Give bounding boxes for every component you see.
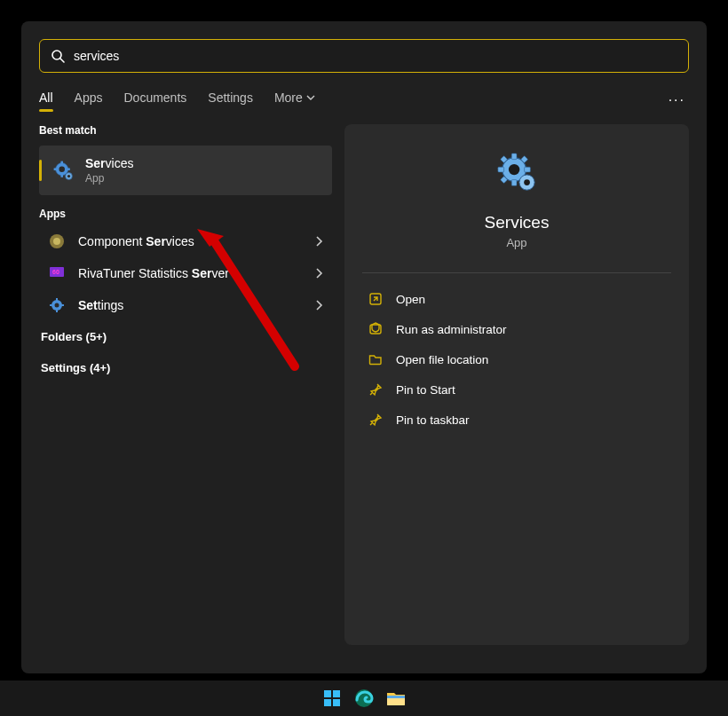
chevron-right-icon <box>314 300 323 311</box>
svg-rect-19 <box>61 304 64 306</box>
svg-rect-6 <box>54 168 58 170</box>
svg-point-21 <box>509 164 519 175</box>
chevron-right-icon <box>314 268 323 279</box>
action-run-admin[interactable]: Run as administrator <box>362 314 671 344</box>
tab-settings[interactable]: Settings <box>208 90 253 110</box>
windows-icon <box>323 689 341 707</box>
gear-icon <box>51 159 75 182</box>
taskbar <box>0 681 728 716</box>
start-button[interactable] <box>320 687 344 710</box>
tab-more[interactable]: More <box>274 90 315 110</box>
explorer-button[interactable] <box>384 687 408 710</box>
start-search-panel: All Apps Documents Settings More ··· Bes… <box>21 21 707 673</box>
result-subtitle: App <box>85 172 133 185</box>
results-list: Best match Services App Apps <box>39 124 332 645</box>
svg-rect-23 <box>511 180 517 186</box>
svg-rect-37 <box>333 690 340 697</box>
svg-point-9 <box>67 175 70 177</box>
detail-pane: Services App Open Run as administrator O… <box>344 124 689 645</box>
gear-icon <box>495 151 538 193</box>
search-bar[interactable] <box>39 39 689 73</box>
svg-point-15 <box>55 303 59 308</box>
svg-point-31 <box>524 179 530 185</box>
tab-documents[interactable]: Documents <box>123 90 186 110</box>
folder-icon <box>368 352 383 366</box>
svg-rect-17 <box>56 310 58 312</box>
svg-point-11 <box>53 238 60 245</box>
action-open[interactable]: Open <box>362 284 671 314</box>
action-pin-taskbar[interactable]: Pin to taskbar <box>362 405 671 435</box>
action-pin-start[interactable]: Pin to Start <box>362 374 671 405</box>
component-icon <box>49 233 65 249</box>
svg-rect-25 <box>525 167 531 172</box>
detail-subtitle: App <box>506 236 526 249</box>
result-title: Services <box>85 156 133 170</box>
svg-point-3 <box>59 166 65 172</box>
svg-rect-7 <box>67 168 70 170</box>
action-open-location[interactable]: Open file location <box>362 344 671 374</box>
svg-rect-22 <box>511 153 517 160</box>
chevron-right-icon <box>314 236 323 247</box>
best-match-heading: Best match <box>39 124 332 137</box>
gear-icon <box>49 297 65 313</box>
search-icon <box>51 49 65 63</box>
tab-apps[interactable]: Apps <box>75 90 103 110</box>
svg-rect-24 <box>498 167 504 172</box>
tab-all[interactable]: All <box>39 90 53 110</box>
folder-icon <box>386 689 406 707</box>
edge-icon <box>354 688 374 708</box>
svg-rect-4 <box>60 161 63 165</box>
chevron-down-icon <box>306 93 315 102</box>
filter-tabs: All Apps Documents Settings More ··· <box>39 89 689 112</box>
folders-expand[interactable]: Folders (5+) <box>39 321 332 352</box>
search-input[interactable] <box>74 49 677 63</box>
svg-rect-16 <box>56 298 58 301</box>
best-match-result[interactable]: Services App <box>39 146 332 195</box>
shield-icon <box>368 322 383 336</box>
app-settings[interactable]: Settings <box>39 289 332 321</box>
pin-icon <box>368 382 383 397</box>
apps-heading: Apps <box>39 208 332 220</box>
edge-button[interactable] <box>352 687 376 710</box>
divider <box>362 272 671 273</box>
svg-rect-38 <box>324 699 331 706</box>
svg-line-1 <box>60 59 64 62</box>
open-icon <box>368 292 383 306</box>
overflow-menu[interactable]: ··· <box>665 89 689 112</box>
svg-rect-18 <box>50 304 52 306</box>
detail-title: Services <box>485 213 550 232</box>
app-rivatuner[interactable]: 60 RivaTuner Statistics Server <box>39 257 332 289</box>
svg-rect-5 <box>60 174 63 177</box>
monitor-icon: 60 <box>49 265 65 281</box>
svg-rect-39 <box>333 699 340 706</box>
svg-rect-36 <box>324 690 331 697</box>
settings-expand[interactable]: Settings (4+) <box>39 352 332 383</box>
svg-rect-42 <box>387 696 405 698</box>
pin-icon <box>368 413 383 427</box>
svg-text:60: 60 <box>52 269 59 275</box>
app-component-services[interactable]: Component Services <box>39 225 332 257</box>
